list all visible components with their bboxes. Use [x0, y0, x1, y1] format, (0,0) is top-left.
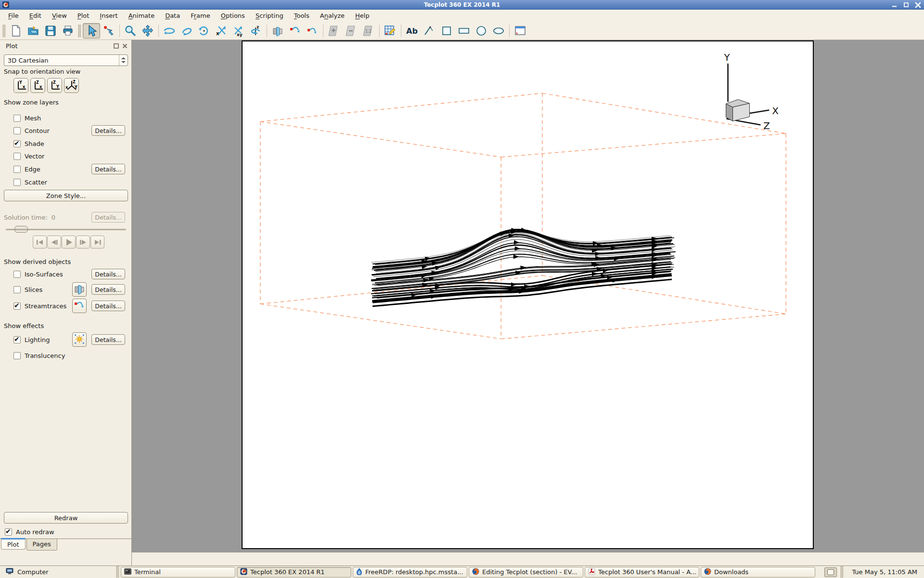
- taskbar-window-pdf-manual[interactable]: Tecplot 360 User's Manual - A...: [585, 567, 699, 578]
- menu-scripting[interactable]: Scripting: [250, 10, 289, 22]
- menu-view[interactable]: View: [47, 10, 72, 22]
- shade-checkbox[interactable]: [13, 140, 21, 147]
- solution-time-slider[interactable]: [6, 226, 126, 233]
- translate-tool-button[interactable]: [139, 23, 156, 39]
- streamtraces-details-button[interactable]: Details...: [91, 301, 125, 311]
- plot-type-dropdown[interactable]: 3D Cartesian: [4, 54, 128, 66]
- rotate-z-button[interactable]: z: [247, 23, 265, 39]
- lighting-placement-button[interactable]: [72, 332, 87, 347]
- add-contour-level-button-disabled[interactable]: [325, 23, 343, 39]
- iso-surfaces-details-button[interactable]: Details...: [91, 269, 125, 279]
- maximize-button[interactable]: [903, 1, 910, 8]
- slices-details-button[interactable]: Details...: [91, 284, 125, 295]
- menu-help[interactable]: Help: [350, 10, 375, 22]
- auto-redraw-checkbox[interactable]: [5, 528, 12, 536]
- contour-checkbox[interactable]: [13, 127, 21, 134]
- view-xy-button[interactable]: Yx: [13, 78, 28, 93]
- slider-handle[interactable]: [14, 226, 28, 233]
- scatter-label: Scatter: [25, 179, 47, 186]
- toolbar-grip[interactable]: [78, 25, 81, 37]
- iso-surfaces-checkbox[interactable]: [13, 271, 21, 278]
- view-xz-button[interactable]: Zx: [30, 78, 45, 93]
- toolbar-grip[interactable]: [2, 25, 6, 37]
- rotate-twist-button[interactable]: [195, 23, 213, 39]
- ellipse-tool-button[interactable]: [490, 23, 507, 39]
- add-slice-button[interactable]: [269, 23, 286, 39]
- translucency-checkbox[interactable]: [13, 352, 21, 359]
- lighting-details-button[interactable]: Details...: [91, 334, 125, 345]
- streamtrace-termination-button[interactable]: [304, 23, 321, 39]
- rotate-xy-button[interactable]: xy: [230, 23, 247, 39]
- adjustor-tool-button[interactable]: [100, 23, 117, 39]
- menu-tools[interactable]: Tools: [289, 10, 315, 22]
- circle-tool-button[interactable]: [473, 23, 490, 39]
- data-spreadsheet-button[interactable]: [382, 23, 399, 39]
- step-back-button[interactable]: [47, 236, 61, 249]
- new-layout-button[interactable]: [7, 23, 25, 39]
- taskbar-window-freerdp[interactable]: FreeRDP: rdesktop.hpc.mssta...: [353, 567, 467, 578]
- skip-to-start-button[interactable]: [33, 236, 47, 249]
- slice-placement-button[interactable]: [72, 282, 87, 297]
- vector-checkbox[interactable]: [13, 153, 21, 160]
- scatter-checkbox[interactable]: [13, 179, 21, 186]
- taskbar-grip[interactable]: [116, 566, 119, 578]
- selector-tool-button[interactable]: [83, 23, 100, 39]
- auto-redraw-row: Auto redraw: [0, 525, 131, 538]
- polyline-tool-button[interactable]: [421, 23, 438, 39]
- rotate-spherical-button[interactable]: [161, 23, 178, 39]
- close-panel-icon[interactable]: [122, 43, 128, 49]
- computer-menu-button[interactable]: Computer: [0, 566, 115, 578]
- contour-details-button[interactable]: Details...: [91, 125, 125, 136]
- workspace-switcher[interactable]: [824, 567, 837, 577]
- edge-row: Edge Details...: [0, 163, 131, 175]
- detach-panel-icon[interactable]: [113, 43, 119, 49]
- edge-checkbox[interactable]: [13, 166, 21, 173]
- tab-plot[interactable]: Plot: [1, 538, 26, 550]
- menu-edit[interactable]: Edit: [24, 10, 47, 22]
- select-arrow-icon: [85, 25, 98, 37]
- create-frame-button[interactable]: [512, 23, 529, 39]
- streamtraces-checkbox[interactable]: [13, 302, 21, 310]
- menu-file[interactable]: File: [3, 10, 24, 22]
- view-yz-button[interactable]: ZY: [47, 78, 62, 93]
- slices-checkbox[interactable]: [13, 286, 21, 293]
- taskbar-window-firefox-editing[interactable]: Editing Tecplot (section) - EV...: [469, 567, 583, 578]
- zoom-tool-button[interactable]: [122, 23, 139, 39]
- skip-to-end-button[interactable]: [90, 236, 104, 249]
- redraw-button[interactable]: Redraw: [4, 512, 128, 524]
- save-layout-button[interactable]: [42, 23, 59, 39]
- taskbar-window-firefox-downloads[interactable]: Downloads: [701, 567, 815, 578]
- square-tool-button[interactable]: [438, 23, 455, 39]
- print-button[interactable]: [59, 23, 77, 39]
- mesh-checkbox[interactable]: [13, 115, 21, 122]
- menu-plot[interactable]: Plot: [72, 10, 95, 22]
- menu-analyze[interactable]: Analyze: [315, 10, 350, 22]
- step-forward-button[interactable]: [76, 236, 90, 249]
- menu-animate[interactable]: Animate: [123, 10, 160, 22]
- plot-canvas[interactable]: YXZ: [243, 41, 813, 548]
- taskbar-grip[interactable]: [840, 566, 844, 578]
- menu-frame[interactable]: Frame: [185, 10, 216, 22]
- rotate-rollerball-button[interactable]: [178, 23, 195, 39]
- view-3d-button[interactable]: ZxY: [64, 78, 79, 93]
- edge-details-button[interactable]: Details...: [91, 164, 125, 174]
- zone-style-button[interactable]: Zone Style...: [4, 190, 128, 201]
- menu-insert[interactable]: Insert: [94, 10, 123, 22]
- minimize-button[interactable]: [891, 1, 898, 8]
- remove-contour-level-button-disabled[interactable]: [343, 23, 360, 39]
- menu-data[interactable]: Data: [160, 10, 185, 22]
- add-streamtrace-button[interactable]: [286, 23, 304, 39]
- streamtrace-placement-button[interactable]: [72, 299, 87, 313]
- close-button[interactable]: [914, 1, 921, 8]
- menu-options[interactable]: Options: [216, 10, 250, 22]
- contour-labels-button-disabled[interactable]: 1.2: [360, 23, 377, 39]
- lighting-checkbox[interactable]: [13, 336, 21, 343]
- rectangle-tool-button[interactable]: [455, 23, 473, 39]
- open-layout-button[interactable]: [25, 23, 42, 39]
- taskbar-window-terminal[interactable]: Terminal: [121, 567, 235, 578]
- play-button[interactable]: [62, 236, 76, 249]
- rotate-x-button[interactable]: x: [213, 23, 230, 39]
- text-tool-button[interactable]: Ab: [403, 23, 421, 39]
- taskbar-window-tecplot[interactable]: Tecplot 360 EX 2014 R1: [237, 567, 351, 578]
- tab-pages[interactable]: Pages: [26, 539, 57, 551]
